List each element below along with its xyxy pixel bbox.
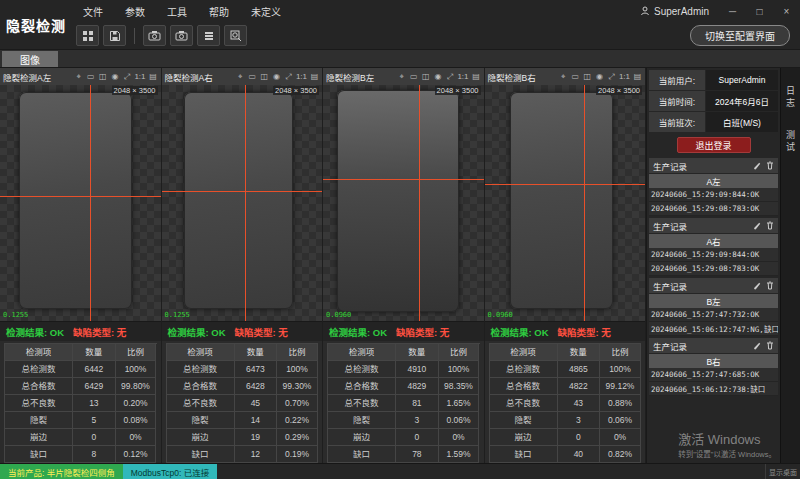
stat-item: 缺口 [328, 446, 396, 463]
panel-tool-icon[interactable]: 1:1 [296, 72, 307, 82]
show-desktop-button[interactable]: 显示桌面 [765, 464, 800, 479]
record-entry[interactable]: 20240606_15:27:47:685:OK [649, 368, 778, 382]
switch-to-config-button[interactable]: 切换至配置界面 [690, 25, 790, 46]
side-tab[interactable]: 日志 [784, 82, 797, 114]
camera-capture-b-icon[interactable] [170, 25, 193, 46]
record-camera-label[interactable]: A左 [649, 174, 778, 188]
panel-tool-icon[interactable]: ▭ [86, 72, 95, 82]
panel-tool-icon[interactable]: ▭ [248, 72, 257, 82]
camera-image-view[interactable]: 2048 × 3500 0.1255 [162, 85, 323, 321]
panel-tool-icon[interactable]: ⤢ [122, 72, 131, 82]
panel-tool-icon[interactable]: ⤢ [607, 72, 616, 82]
menu-item[interactable]: 参数 [114, 4, 156, 19]
panel-tool-icon[interactable]: ◫ [260, 72, 269, 82]
stats-row: 崩边 0 0% [5, 429, 157, 446]
panel-tool-icon[interactable]: ⌖ [74, 72, 83, 82]
panel-tool-icon[interactable]: ◉ [595, 72, 604, 82]
image-resolution-label: 2048 × 3500 [112, 86, 158, 95]
close-button[interactable]: × [773, 1, 800, 21]
record-entry[interactable]: 20240606_15:29:09:844:OK [649, 248, 778, 262]
panel-tool-icon[interactable]: ▤ [633, 72, 642, 82]
edit-icon[interactable] [753, 282, 761, 290]
panel-tool-icon[interactable]: ▤ [149, 72, 158, 82]
panel-tool-icon[interactable]: ◉ [433, 72, 442, 82]
stat-count: 6429 [73, 378, 115, 395]
trash-icon[interactable] [766, 281, 774, 290]
record-entry[interactable]: 20240606_15:29:09:844:OK [649, 188, 778, 202]
edit-icon[interactable] [753, 162, 761, 170]
camera-image-view[interactable]: 2048 × 3500 0.0960 [323, 85, 484, 321]
panel-tool-icon[interactable]: ⤢ [284, 72, 293, 82]
current-user-chip[interactable]: SuperAdmin [640, 6, 719, 17]
panel-tool-icon[interactable]: ▤ [310, 72, 319, 82]
camera-panel-title: 隐裂检测A右 [165, 71, 213, 83]
zoom-level-label: 0.1255 [3, 311, 28, 319]
camera-image-view[interactable]: 2048 × 3500 0.1255 [0, 85, 161, 321]
panel-tool-icon[interactable]: ◫ [583, 72, 592, 82]
panel-tool-icon[interactable]: 1:1 [134, 72, 145, 82]
edit-icon[interactable] [753, 342, 761, 350]
logout-button[interactable]: 退出登录 [677, 137, 751, 153]
record-entry[interactable]: 20240606_15:29:08:783:OK [649, 262, 778, 276]
view-grid-icon[interactable] [76, 25, 99, 46]
panel-tool-icon[interactable]: ▭ [571, 72, 580, 82]
maximize-button[interactable]: □ [746, 1, 773, 21]
side-tab[interactable]: 测试 [784, 126, 797, 158]
record-camera-label[interactable]: B右 [649, 354, 778, 368]
stats-row: 总合格数 4829 98.35% [328, 378, 480, 395]
panel-tool-icon[interactable]: ⌖ [397, 72, 406, 82]
trash-icon[interactable] [766, 221, 774, 230]
record-camera-label[interactable]: A右 [649, 234, 778, 248]
panel-tool-icon[interactable]: 1:1 [619, 72, 630, 82]
stat-ratio: 0% [116, 429, 157, 446]
tab-image[interactable]: 图像 [2, 51, 58, 67]
trash-icon[interactable] [766, 161, 774, 170]
stat-ratio: 0% [439, 429, 480, 446]
record-entry[interactable]: 20240606_15:29:08:783:OK [649, 202, 778, 216]
panel-tool-icon[interactable]: ◉ [272, 72, 281, 82]
zoom-level-label: 0.0960 [326, 311, 351, 319]
panel-tool-icon[interactable]: ▭ [409, 72, 418, 82]
camera-panel-b-right: 隐裂检测B右 ⌖ ▭ ◫ ◉ ⤢ 1:1 ▤ 2048 × 3500 [485, 68, 647, 463]
save-icon[interactable] [103, 25, 126, 46]
stat-count: 5 [73, 412, 115, 429]
menu-item[interactable]: 帮助 [198, 4, 240, 19]
stat-count: 8 [73, 446, 115, 463]
record-entry[interactable]: 20240606_15:06:12:747:NG,缺口 [649, 322, 778, 336]
camera-image-view[interactable]: 2048 × 3500 0.0960 [485, 85, 646, 321]
detect-result: 检测结果: OK [6, 325, 64, 339]
panel-tool-icon[interactable]: ◉ [110, 72, 119, 82]
record-group-header: 生产记录 [649, 158, 778, 173]
stat-item: 总合格数 [5, 378, 73, 395]
stats-row: 缺口 12 0.19% [167, 446, 319, 463]
panel-tool-icon[interactable]: ◫ [98, 72, 107, 82]
panel-tool-icon[interactable]: ▤ [472, 72, 481, 82]
record-entry[interactable]: 20240606_15:27:47:732:OK [649, 308, 778, 322]
stat-ratio: 0.22% [277, 412, 318, 429]
edit-icon[interactable] [753, 222, 761, 230]
stats-row: 总不良数 13 0.20% [5, 395, 157, 412]
camera-panel-header: 隐裂检测B右 ⌖ ▭ ◫ ◉ ⤢ 1:1 ▤ [485, 68, 646, 85]
panel-tool-icon[interactable]: ⤢ [445, 72, 454, 82]
stats-header-row: 检测项 数量 比例 [5, 344, 157, 361]
menu-item[interactable]: 工具 [156, 4, 198, 19]
panel-tool-icon[interactable]: ◫ [421, 72, 430, 82]
record-camera-label[interactable]: B左 [649, 294, 778, 308]
result-bar: 检测结果: OK 缺陷类型: 无 [0, 321, 161, 341]
layers-icon[interactable] [197, 25, 220, 46]
stat-count: 4865 [558, 361, 600, 378]
camera-panel-b-left: 隐裂检测B左 ⌖ ▭ ◫ ◉ ⤢ 1:1 ▤ 2048 × 3500 [323, 68, 485, 463]
stats-row: 隐裂 3 0.06% [490, 412, 642, 429]
panel-tool-icon[interactable]: 1:1 [457, 72, 468, 82]
record-entry[interactable]: 20240606_15:06:12:738:缺口 [649, 382, 778, 396]
menu-item[interactable]: 文件 [72, 4, 114, 19]
trash-icon[interactable] [766, 341, 774, 350]
defect-type: 缺陷类型: 无 [73, 325, 126, 339]
minimize-button[interactable]: ─ [719, 1, 746, 21]
stat-ratio: 1.65% [439, 395, 480, 412]
camera-capture-a-icon[interactable] [143, 25, 166, 46]
menu-item[interactable]: 未定义 [240, 4, 292, 19]
panel-tool-icon[interactable]: ⌖ [236, 72, 245, 82]
zoom-search-icon[interactable] [224, 25, 247, 46]
panel-tool-icon[interactable]: ⌖ [559, 72, 568, 82]
